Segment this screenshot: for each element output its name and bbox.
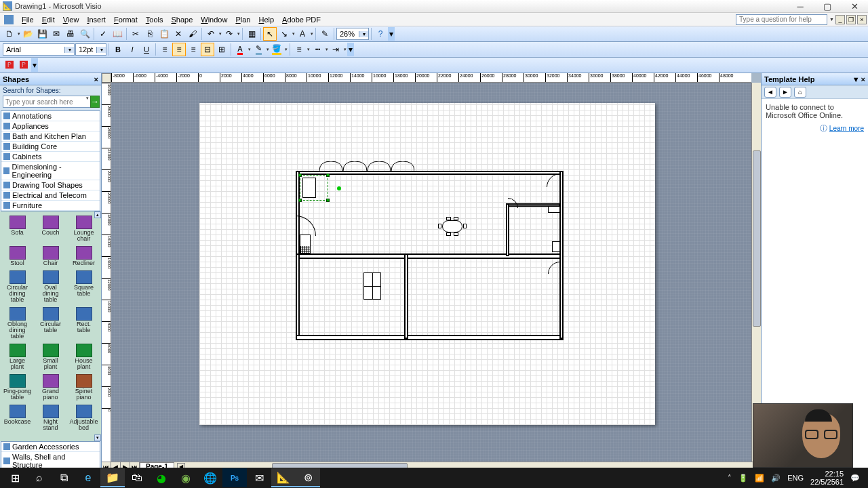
template-help-dropdown-icon[interactable]: ▼	[852, 75, 860, 83]
shape-night-stand[interactable]: Night stand	[35, 403, 66, 432]
store-button[interactable]: 🛍	[125, 468, 149, 487]
print-button[interactable]: 🖶	[64, 27, 77, 41]
tray-notifications-icon[interactable]: 💬	[850, 474, 860, 483]
cut-button[interactable]: ✂	[129, 27, 142, 41]
font-color-button[interactable]: A	[233, 43, 247, 56]
save-button[interactable]: 💾	[35, 27, 49, 41]
stencil-appliances[interactable]: Appliances	[1, 121, 100, 131]
shape-house-plant[interactable]: House plant	[68, 342, 100, 371]
chrome-button[interactable]: 🌐	[198, 468, 222, 487]
help-button[interactable]: ?	[374, 27, 387, 41]
ink-button[interactable]: ✎	[318, 27, 332, 41]
minimize-button[interactable]: ─	[787, 0, 814, 13]
wall-mid-h2[interactable]	[407, 253, 563, 259]
line-color-button[interactable]: ✎	[252, 43, 265, 56]
format-painter-button[interactable]: 🖌	[186, 27, 199, 41]
format-toolbar-options-button[interactable]: ▾	[347, 43, 354, 56]
help-search-arrow-icon[interactable]: ▼	[829, 17, 834, 22]
stencil-electrical-and-telecom[interactable]: Electrical and Telecom	[1, 190, 100, 201]
email-button[interactable]: ✉	[50, 27, 63, 41]
shape-circular-dining-table[interactable]: Circular dining table	[1, 269, 33, 304]
obs-button[interactable]: ⊚	[296, 468, 320, 487]
menu-view[interactable]: View	[59, 14, 83, 25]
selection-handle-icon[interactable]	[298, 174, 302, 177]
fill-color-button[interactable]: 🪣	[270, 43, 283, 56]
shape-chair[interactable]: Chair	[35, 245, 66, 268]
align-middle-button[interactable]: ⊟	[201, 43, 214, 56]
doc-close-button[interactable]: ×	[857, 15, 867, 24]
shape-large-plant[interactable]: Large plant	[1, 342, 33, 371]
tray-up-icon[interactable]: ˄	[728, 474, 732, 483]
close-button[interactable]: ✕	[841, 0, 868, 13]
font-name-dropdown[interactable]: ▾	[3, 43, 75, 56]
tray-wifi-icon[interactable]: 📶	[755, 474, 764, 483]
shape-recliner[interactable]: Recliner	[68, 245, 100, 268]
pdf-create-send-button[interactable]: 🅿	[17, 58, 31, 72]
shape-ping-pong-table[interactable]: Ping-pong table	[1, 373, 33, 402]
shape-sofa[interactable]: Sofa	[1, 214, 33, 243]
pointer-tool-button[interactable]: ↖	[263, 27, 277, 41]
task-view-button[interactable]: ⧉	[52, 468, 76, 487]
menu-format[interactable]: Format	[110, 14, 142, 25]
shapes-panel-close-icon[interactable]: ×	[94, 75, 98, 83]
align-center-button[interactable]: ≡	[172, 43, 186, 56]
shapes-search-input[interactable]	[3, 96, 94, 108]
stencil-building-core[interactable]: Building Core	[1, 142, 100, 152]
shape-grand-piano[interactable]: Grand piano	[35, 373, 66, 402]
align-left-button[interactable]: ≡	[158, 43, 172, 56]
selected-shape[interactable]	[300, 175, 328, 201]
shape-lounge-chair[interactable]: Lounge chair	[68, 214, 100, 243]
doc-restore-button[interactable]: ❐	[846, 15, 856, 24]
stencil-annotations[interactable]: Annotations	[1, 111, 100, 121]
gallery-scroll-up-button[interactable]: ▴	[94, 211, 101, 218]
selection-handle-icon[interactable]	[326, 174, 330, 177]
zoom-dropdown[interactable]: ▾	[336, 28, 369, 40]
dining-table-shape[interactable]	[438, 217, 467, 236]
tray-volume-icon[interactable]: 🔊	[771, 474, 781, 483]
windows-top[interactable]	[319, 161, 414, 171]
selection-handle-icon[interactable]	[298, 199, 302, 202]
selection-handle-icon[interactable]	[326, 199, 330, 202]
spelling-button[interactable]: ✓	[96, 27, 110, 41]
photoshop-button[interactable]: Ps	[222, 468, 247, 487]
line-pattern-button[interactable]: ┅	[311, 43, 324, 56]
undo-button[interactable]: ↶	[204, 27, 218, 41]
wall-left-lower[interactable]	[296, 253, 300, 339]
window-shape[interactable]	[363, 272, 381, 300]
gallery-scroll-down-button[interactable]: ▾	[94, 434, 101, 441]
shape-small-plant[interactable]: Small plant	[35, 342, 66, 371]
shape-oval-dining-table[interactable]: Oval dining table	[35, 269, 66, 304]
maximize-button[interactable]: ▢	[814, 0, 841, 13]
shape-stool[interactable]: Stool	[1, 245, 33, 268]
app1-button[interactable]: ◉	[174, 468, 198, 487]
visio-button[interactable]: 📐	[271, 468, 296, 487]
help-search-input[interactable]	[736, 14, 827, 25]
underline-button[interactable]: U	[140, 43, 153, 56]
search-button[interactable]: ⌕	[27, 468, 52, 487]
wall-top[interactable]	[296, 171, 564, 175]
italic-button[interactable]: I	[125, 43, 139, 56]
learn-more-link[interactable]: Learn more	[829, 125, 864, 132]
rotation-handle-icon[interactable]	[337, 186, 341, 190]
doc-minimize-button[interactable]: _	[835, 15, 845, 24]
search-dropdown-arrow-icon[interactable]: ▾	[86, 96, 89, 108]
floorplan[interactable]	[296, 164, 564, 340]
zoom-value[interactable]	[337, 30, 359, 38]
wall-room-v[interactable]	[506, 203, 509, 256]
explorer-button[interactable]: 📁	[100, 468, 125, 487]
wall-mid-v[interactable]	[404, 253, 408, 339]
shape-bookcase[interactable]: Bookcase	[1, 403, 33, 432]
new-button[interactable]: 🗋	[3, 27, 16, 41]
th-back-button[interactable]: ◄	[764, 87, 776, 98]
v-scroll-thumb[interactable]	[753, 150, 761, 327]
stencil-garden-accessories[interactable]: Garden Accessories	[1, 442, 100, 452]
th-home-button[interactable]: ⌂	[794, 87, 806, 98]
shape-rect-table[interactable]: Rect. table	[68, 306, 100, 341]
paste-button[interactable]: 📋	[157, 27, 171, 41]
line-weight-button[interactable]: ≡	[292, 43, 306, 56]
shape-couch[interactable]: Couch	[35, 214, 66, 243]
stencil-cabinets[interactable]: Cabinets	[1, 152, 100, 162]
menu-tools[interactable]: Tools	[142, 14, 167, 25]
shape-circular-table[interactable]: Circular table	[35, 306, 66, 341]
menu-help[interactable]: Help	[254, 14, 278, 25]
